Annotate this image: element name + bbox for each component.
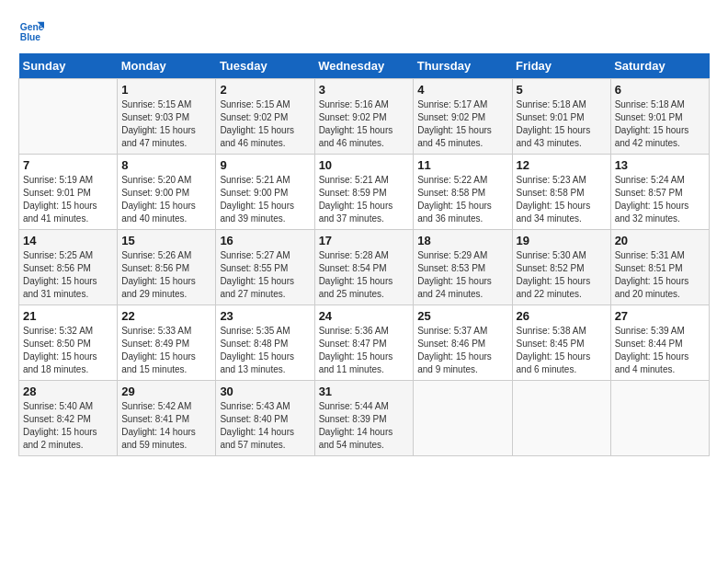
- calendar-cell: 12Sunrise: 5:23 AM Sunset: 8:58 PM Dayli…: [512, 155, 610, 230]
- day-info: Sunrise: 5:36 AM Sunset: 8:47 PM Dayligh…: [319, 325, 410, 376]
- calendar-cell: 8Sunrise: 5:20 AM Sunset: 9:00 PM Daylig…: [118, 155, 216, 230]
- calendar-week-row: 21Sunrise: 5:32 AM Sunset: 8:50 PM Dayli…: [19, 305, 710, 381]
- day-info: Sunrise: 5:17 AM Sunset: 9:02 PM Dayligh…: [417, 98, 507, 150]
- day-info: Sunrise: 5:26 AM Sunset: 8:56 PM Dayligh…: [121, 249, 211, 301]
- day-info: Sunrise: 5:32 AM Sunset: 8:50 PM Dayligh…: [23, 325, 113, 376]
- day-info: Sunrise: 5:19 AM Sunset: 9:01 PM Dayligh…: [23, 174, 113, 225]
- weekday-header-thursday: Thursday: [414, 53, 512, 79]
- day-number: 10: [319, 158, 410, 172]
- calendar-cell: 1Sunrise: 5:15 AM Sunset: 9:03 PM Daylig…: [118, 79, 216, 155]
- day-info: Sunrise: 5:21 AM Sunset: 8:59 PM Dayligh…: [319, 174, 410, 225]
- day-info: Sunrise: 5:18 AM Sunset: 9:01 PM Dayligh…: [517, 98, 607, 150]
- day-info: Sunrise: 5:42 AM Sunset: 8:41 PM Dayligh…: [121, 400, 211, 452]
- day-number: 7: [23, 158, 113, 172]
- calendar-cell: 5Sunrise: 5:18 AM Sunset: 9:01 PM Daylig…: [512, 79, 610, 155]
- day-number: 13: [615, 158, 705, 172]
- calendar-cell: 28Sunrise: 5:40 AM Sunset: 8:42 PM Dayli…: [19, 381, 118, 456]
- day-number: 4: [417, 83, 507, 97]
- day-number: 12: [517, 158, 607, 172]
- calendar-header-row: SundayMondayTuesdayWednesdayThursdayFrid…: [19, 53, 710, 79]
- day-info: Sunrise: 5:29 AM Sunset: 8:53 PM Dayligh…: [417, 249, 507, 301]
- day-info: Sunrise: 5:43 AM Sunset: 8:40 PM Dayligh…: [220, 400, 310, 452]
- day-info: Sunrise: 5:18 AM Sunset: 9:01 PM Dayligh…: [615, 98, 705, 150]
- day-info: Sunrise: 5:20 AM Sunset: 9:00 PM Dayligh…: [121, 174, 211, 225]
- calendar-table: SundayMondayTuesdayWednesdayThursdayFrid…: [18, 53, 710, 456]
- day-number: 28: [23, 385, 113, 398]
- day-number: 23: [220, 309, 310, 323]
- calendar-cell: 7Sunrise: 5:19 AM Sunset: 9:01 PM Daylig…: [19, 155, 118, 230]
- calendar-cell: [610, 381, 709, 456]
- day-number: 27: [615, 309, 705, 323]
- calendar-cell: 22Sunrise: 5:33 AM Sunset: 8:49 PM Dayli…: [118, 305, 216, 381]
- calendar-cell: 15Sunrise: 5:26 AM Sunset: 8:56 PM Dayli…: [118, 230, 216, 305]
- day-info: Sunrise: 5:35 AM Sunset: 8:48 PM Dayligh…: [220, 325, 310, 376]
- day-info: Sunrise: 5:31 AM Sunset: 8:51 PM Dayligh…: [615, 249, 705, 301]
- day-number: 16: [220, 234, 310, 247]
- day-number: 29: [121, 385, 211, 398]
- calendar-cell: 21Sunrise: 5:32 AM Sunset: 8:50 PM Dayli…: [19, 305, 118, 381]
- day-number: 14: [23, 234, 113, 247]
- day-number: 31: [319, 385, 410, 398]
- day-info: Sunrise: 5:15 AM Sunset: 9:03 PM Dayligh…: [121, 98, 211, 150]
- day-number: 26: [517, 309, 607, 323]
- calendar-cell: 19Sunrise: 5:30 AM Sunset: 8:52 PM Dayli…: [512, 230, 610, 305]
- day-info: Sunrise: 5:16 AM Sunset: 9:02 PM Dayligh…: [319, 98, 410, 150]
- calendar-cell: 31Sunrise: 5:44 AM Sunset: 8:39 PM Dayli…: [314, 381, 414, 456]
- weekday-header-sunday: Sunday: [19, 53, 118, 79]
- day-number: 1: [121, 83, 211, 97]
- calendar-cell: 27Sunrise: 5:39 AM Sunset: 8:44 PM Dayli…: [610, 305, 709, 381]
- weekday-header-tuesday: Tuesday: [216, 53, 314, 79]
- day-number: 22: [121, 309, 211, 323]
- calendar-cell: 20Sunrise: 5:31 AM Sunset: 8:51 PM Dayli…: [610, 230, 709, 305]
- day-info: Sunrise: 5:24 AM Sunset: 8:57 PM Dayligh…: [615, 174, 705, 225]
- day-number: 20: [615, 234, 705, 247]
- day-info: Sunrise: 5:33 AM Sunset: 8:49 PM Dayligh…: [121, 325, 211, 376]
- calendar-cell: 14Sunrise: 5:25 AM Sunset: 8:56 PM Dayli…: [19, 230, 118, 305]
- calendar-cell: 4Sunrise: 5:17 AM Sunset: 9:02 PM Daylig…: [414, 79, 512, 155]
- calendar-week-row: 7Sunrise: 5:19 AM Sunset: 9:01 PM Daylig…: [19, 155, 710, 230]
- day-number: 15: [121, 234, 211, 247]
- day-number: 3: [319, 83, 410, 97]
- day-number: 8: [121, 158, 211, 172]
- day-info: Sunrise: 5:15 AM Sunset: 9:02 PM Dayligh…: [220, 98, 310, 150]
- calendar-cell: 13Sunrise: 5:24 AM Sunset: 8:57 PM Dayli…: [610, 155, 709, 230]
- day-number: 25: [417, 309, 507, 323]
- day-info: Sunrise: 5:44 AM Sunset: 8:39 PM Dayligh…: [319, 400, 410, 452]
- day-info: Sunrise: 5:40 AM Sunset: 8:42 PM Dayligh…: [23, 400, 113, 452]
- day-number: 11: [417, 158, 507, 172]
- day-info: Sunrise: 5:38 AM Sunset: 8:45 PM Dayligh…: [517, 325, 607, 376]
- calendar-cell: 18Sunrise: 5:29 AM Sunset: 8:53 PM Dayli…: [414, 230, 512, 305]
- day-info: Sunrise: 5:23 AM Sunset: 8:58 PM Dayligh…: [517, 174, 607, 225]
- day-number: 30: [220, 385, 310, 398]
- calendar-cell: 9Sunrise: 5:21 AM Sunset: 9:00 PM Daylig…: [216, 155, 314, 230]
- calendar-cell: 11Sunrise: 5:22 AM Sunset: 8:58 PM Dayli…: [414, 155, 512, 230]
- day-number: 19: [517, 234, 607, 247]
- day-number: 18: [417, 234, 507, 247]
- svg-text:Blue: Blue: [20, 32, 41, 42]
- day-number: 2: [220, 83, 310, 97]
- weekday-header-saturday: Saturday: [610, 53, 709, 79]
- calendar-week-row: 28Sunrise: 5:40 AM Sunset: 8:42 PM Dayli…: [19, 381, 710, 456]
- weekday-header-monday: Monday: [118, 53, 216, 79]
- calendar-cell: 3Sunrise: 5:16 AM Sunset: 9:02 PM Daylig…: [314, 79, 414, 155]
- calendar-cell: 2Sunrise: 5:15 AM Sunset: 9:02 PM Daylig…: [216, 79, 314, 155]
- calendar-cell: 6Sunrise: 5:18 AM Sunset: 9:01 PM Daylig…: [610, 79, 709, 155]
- calendar-cell: 25Sunrise: 5:37 AM Sunset: 8:46 PM Dayli…: [414, 305, 512, 381]
- header: General Blue: [18, 18, 710, 44]
- day-info: Sunrise: 5:28 AM Sunset: 8:54 PM Dayligh…: [319, 249, 410, 301]
- day-number: 6: [615, 83, 705, 97]
- day-info: Sunrise: 5:21 AM Sunset: 9:00 PM Dayligh…: [220, 174, 310, 225]
- calendar-cell: 10Sunrise: 5:21 AM Sunset: 8:59 PM Dayli…: [314, 155, 414, 230]
- day-number: 21: [23, 309, 113, 323]
- calendar-week-row: 1Sunrise: 5:15 AM Sunset: 9:03 PM Daylig…: [19, 79, 710, 155]
- calendar-cell: 29Sunrise: 5:42 AM Sunset: 8:41 PM Dayli…: [118, 381, 216, 456]
- day-info: Sunrise: 5:37 AM Sunset: 8:46 PM Dayligh…: [417, 325, 507, 376]
- day-number: 17: [319, 234, 410, 247]
- logo-icon: General Blue: [18, 18, 44, 44]
- calendar-cell: 17Sunrise: 5:28 AM Sunset: 8:54 PM Dayli…: [314, 230, 414, 305]
- weekday-header-friday: Friday: [512, 53, 610, 79]
- day-info: Sunrise: 5:39 AM Sunset: 8:44 PM Dayligh…: [615, 325, 705, 376]
- day-number: 5: [517, 83, 607, 97]
- weekday-header-wednesday: Wednesday: [314, 53, 414, 79]
- day-number: 9: [220, 158, 310, 172]
